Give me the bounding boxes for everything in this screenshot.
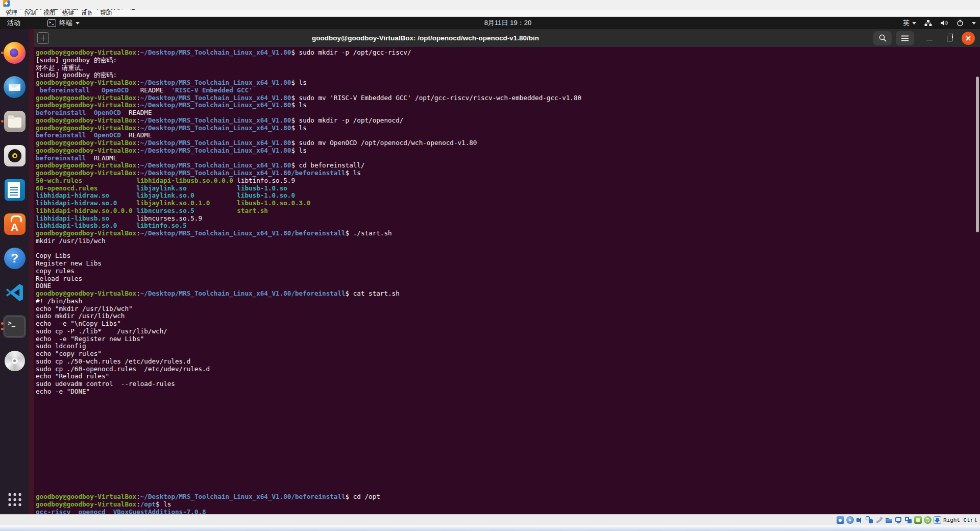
vbox-statusbar: Right Ctrl [0,514,980,525]
vbox-titlebar: ubuntu20_04_6 [正在运行] - Oracle VM Virtual… [0,0,980,10]
menu-control[interactable]: 控制 [21,10,40,16]
cd-drive-icon [5,351,25,371]
show-applications-button[interactable] [8,493,21,506]
bottom-edge-strip [0,525,980,531]
terminal-close-button[interactable] [962,32,975,45]
activities-button[interactable]: 活动 [7,17,20,29]
host-key-label: Right Ctrl [943,517,977,523]
running-indicator [1,328,4,330]
terminal-headerbar[interactable]: goodboy@goodboy-VirtualBox: /opt/openocd… [34,29,980,47]
network-status-icon[interactable] [866,516,873,524]
terminal-app-icon [47,19,56,27]
power-icon[interactable] [957,19,964,27]
dock-item-terminal[interactable]: >_ [3,315,26,338]
dock-item-files[interactable] [3,110,26,133]
ubuntu-software-icon: A [4,213,26,235]
terminal-window-title: goodboy@goodboy-VirtualBox: /opt/openocd… [312,29,539,47]
dock: A ? >_ [0,29,29,514]
chevron-down-icon [972,22,976,25]
input-method-label: 英 [903,18,910,28]
menu-devices[interactable]: 设备 [78,10,96,16]
close-icon [965,35,971,41]
input-method-indicator[interactable]: 英 [903,18,916,28]
menu-help[interactable]: 帮助 [96,10,115,16]
dock-item-vscode[interactable] [3,281,26,304]
app-menu-label: 终端 [59,18,72,28]
help-icon: ? [4,248,26,269]
chevron-down-icon [76,22,80,25]
rhythmbox-icon [4,145,26,166]
dock-item-firefox[interactable] [3,41,26,64]
vbox-status-icons [837,516,941,524]
terminal-minimize-button[interactable] [923,36,936,41]
terminal-window: goodboy@goodboy-VirtualBox: /opt/openocd… [34,29,980,514]
menu-view[interactable]: 视图 [40,10,59,16]
desktop-wallpaper [29,29,34,514]
search-button[interactable] [873,31,892,45]
dock-item-libreoffice-writer[interactable] [3,178,26,201]
audio-status-icon[interactable] [856,516,864,524]
search-icon [878,34,887,42]
vscode-icon [5,283,24,302]
mouse-integration-status-icon[interactable] [924,516,932,524]
terminal-scrollbar[interactable] [976,77,979,232]
menu-machine[interactable]: 管理 [2,10,21,16]
keyboard-status-icon[interactable] [934,516,941,524]
virtualbox-logo-icon [3,0,10,7]
recording-status-icon[interactable] [904,516,912,524]
dock-item-rhythmbox[interactable] [3,144,26,167]
shared-folders-status-icon[interactable] [885,516,893,524]
dock-item-ubuntu-software[interactable]: A [3,212,26,235]
dock-item-cd-drive[interactable] [3,349,26,372]
thunderbird-icon [4,76,26,98]
clock-label[interactable]: 8月11日 19：20 [484,17,531,29]
running-indicator [1,322,4,325]
menu-button[interactable] [896,31,914,45]
vbox-menubar: 管理 控制 视图 热键 设备 帮助 [0,10,980,17]
terminal-output[interactable]: goodboy@goodboy-VirtualBox:~/Desktop/MRS… [34,47,980,514]
usb-status-icon[interactable] [875,516,883,524]
dock-item-thunderbird[interactable] [3,76,26,99]
hamburger-icon [901,38,909,39]
running-indicator [1,120,4,123]
system-status-area[interactable]: 英 [903,17,976,29]
terminal-icon: >_ [5,317,25,337]
new-tab-button[interactable] [37,32,49,44]
features-status-icon[interactable] [914,516,922,524]
files-icon [4,111,26,132]
app-menu-terminal[interactable]: 终端 [47,17,80,29]
chevron-down-icon [912,22,916,25]
firefox-icon [4,42,26,64]
network-icon[interactable] [924,20,932,27]
display-status-icon[interactable] [895,516,902,524]
dock-item-help[interactable]: ? [3,247,26,270]
libreoffice-writer-icon [5,179,25,201]
gnome-topbar: 活动 终端 8月11日 19：20 英 [0,17,980,29]
optical-drives-status-icon[interactable] [846,516,854,524]
volume-icon[interactable] [940,19,948,27]
hard-disks-status-icon[interactable] [837,516,844,524]
menu-input[interactable]: 热键 [59,10,78,16]
terminal-maximize-button[interactable] [947,36,952,41]
